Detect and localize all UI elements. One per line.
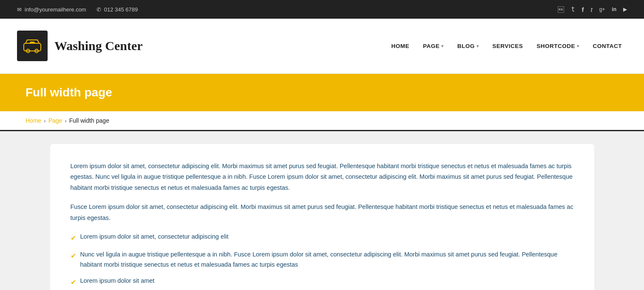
- breadcrumb-home[interactable]: Home: [26, 117, 41, 124]
- phone-icon: ✆: [96, 6, 101, 13]
- nav-services[interactable]: SERVICES: [487, 39, 528, 53]
- facebook-icon[interactable]: : [558, 6, 564, 13]
- list-item: ✔ Nunc vel ligula in augue tristique pel…: [71, 250, 574, 270]
- check-icon: ✔: [71, 251, 76, 262]
- main-nav: HOME PAGE ▾ BLOG ▾ SERVICES SHORTCODE ▾ …: [386, 39, 627, 53]
- check-icon: ✔: [71, 277, 76, 288]
- page-banner-title: Full width page: [26, 86, 618, 99]
- main-content: Lorem ipsum dolor sit amet, consectetur …: [0, 131, 644, 290]
- nav-home[interactable]: HOME: [386, 39, 414, 53]
- site-title: Washing Center: [54, 39, 143, 53]
- content-para-1: Lorem ipsum dolor sit amet, consectetur …: [71, 161, 574, 193]
- chevron-down-icon: ▾: [477, 44, 479, 48]
- email-icon: ✉: [17, 6, 22, 13]
- checklist: ✔ Lorem ipsum dolor sit amet, consectetu…: [71, 232, 574, 290]
- facebook-icon[interactable]: f: [582, 6, 584, 13]
- nav-blog[interactable]: BLOG ▾: [452, 39, 484, 53]
- content-para-2: Fusce Lorem ipsum dolor sit amet, consec…: [71, 202, 574, 223]
- nav-shortcode[interactable]: SHORTCODE ▾: [531, 39, 584, 53]
- email-address: info@youremailhere.com: [25, 6, 86, 13]
- breadcrumb: Home › Page › Full width page: [0, 111, 644, 131]
- logo-svg: [22, 36, 43, 56]
- social-links:  t f t g+ in ▶: [558, 6, 627, 13]
- breadcrumb-sep-1: ›: [44, 118, 45, 124]
- breadcrumb-page[interactable]: Page: [48, 117, 62, 124]
- chevron-down-icon: ▾: [441, 44, 444, 48]
- nav-contact[interactable]: CONTACT: [588, 39, 627, 53]
- nav-page[interactable]: PAGE ▾: [418, 39, 449, 53]
- logo-area: Washing Center: [17, 31, 143, 61]
- linkedin-icon[interactable]: in: [612, 6, 616, 12]
- content-card: Lorem ipsum dolor sit amet, consectetur …: [50, 144, 594, 290]
- phone-number: 012 345 6789: [104, 6, 138, 13]
- logo-icon: [17, 31, 48, 61]
- topbar: ✉ info@youremailhere.com ✆ 012 345 6789 …: [0, 0, 644, 19]
- youtube-icon[interactable]: ▶: [623, 6, 627, 12]
- chevron-down-icon: ▾: [577, 44, 579, 48]
- twitter-icon[interactable]: t: [590, 6, 592, 13]
- page-banner: Full width page: [0, 74, 644, 111]
- check-icon: ✔: [71, 233, 76, 244]
- twitter-icon[interactable]: t: [571, 6, 575, 13]
- breadcrumb-sep-2: ›: [65, 118, 66, 124]
- topbar-contact: ✉ info@youremailhere.com ✆ 012 345 6789: [17, 6, 138, 13]
- email-contact: ✉ info@youremailhere.com: [17, 6, 86, 13]
- list-item: ✔ Lorem ipsum dolor sit amet, consectetu…: [71, 232, 574, 244]
- googleplus-icon[interactable]: g+: [599, 6, 605, 12]
- phone-contact: ✆ 012 345 6789: [96, 6, 138, 13]
- list-item: ✔ Lorem ipsum dolor sit amet: [71, 276, 574, 288]
- site-header: Washing Center HOME PAGE ▾ BLOG ▾ SERVIC…: [0, 19, 644, 74]
- breadcrumb-current: Full width page: [69, 117, 109, 124]
